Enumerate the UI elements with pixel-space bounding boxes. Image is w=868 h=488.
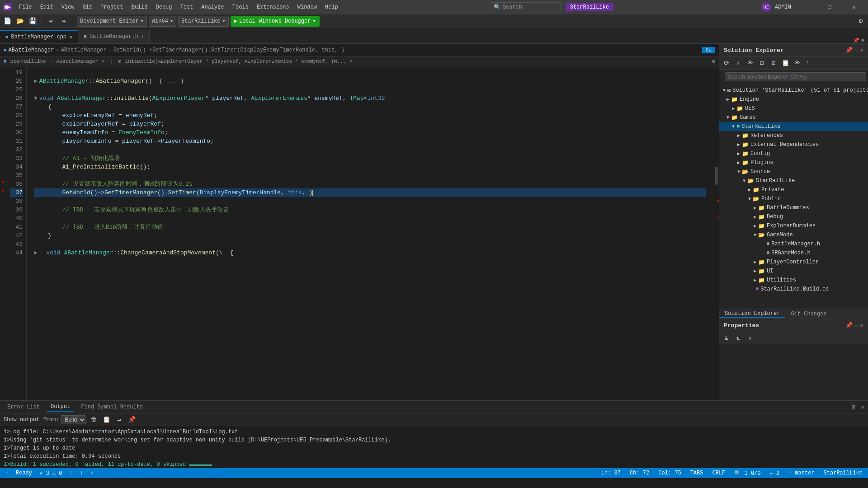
tab-h-close[interactable]: ✕ bbox=[141, 34, 144, 39]
output-close-icon[interactable]: ✕ bbox=[861, 404, 864, 411]
tree-plugins[interactable]: ▶ 📁 Plugins bbox=[719, 158, 868, 167]
status-down-arrow[interactable]: ↓ bbox=[78, 470, 85, 476]
code-editor[interactable]: ■ ABattleManager › ABattleManager › GetW… bbox=[0, 44, 719, 400]
menu-analyze[interactable]: Analyze bbox=[198, 2, 227, 12]
status-up-arrow[interactable]: ↑ bbox=[68, 470, 75, 476]
save-button[interactable]: 💾 bbox=[27, 16, 38, 27]
fold-26[interactable]: ▼ bbox=[34, 94, 38, 103]
tree-config[interactable]: ▶ 📁 Config bbox=[719, 149, 868, 158]
tree-private[interactable]: ▶ 📁 Private bbox=[719, 185, 868, 194]
tree-srgamemode-h[interactable]: ■ SRGameMode.h bbox=[719, 249, 868, 258]
scrollbar-thumb[interactable] bbox=[715, 167, 718, 185]
output-source-select[interactable]: Build bbox=[61, 415, 86, 424]
tab-battlemanager-h[interactable]: ■ BattleManager.h ✕ bbox=[78, 30, 150, 43]
minimize-button[interactable]: — bbox=[795, 0, 816, 14]
new-file-button[interactable]: 📄 bbox=[2, 16, 13, 27]
file-method-dropdown-icon[interactable]: ▾ bbox=[349, 58, 353, 64]
tree-public[interactable]: ▼ 📂 Public bbox=[719, 194, 868, 203]
close-button[interactable]: ✕ bbox=[844, 0, 864, 14]
tab-output[interactable]: Output bbox=[47, 403, 74, 412]
tree-source[interactable]: ▼ 📂 Source bbox=[719, 167, 868, 176]
status-ln[interactable]: Ln: 37 bbox=[599, 470, 623, 476]
status-project-name[interactable]: StarRailLike bbox=[822, 470, 864, 476]
pin-icon[interactable]: 📌 bbox=[853, 38, 859, 43]
se-filter-btn[interactable]: ⚡ bbox=[733, 58, 744, 69]
editor-scrollbar[interactable] bbox=[713, 66, 719, 400]
undo-button[interactable]: ↩ bbox=[46, 16, 57, 27]
expand-icon[interactable]: ⊞ bbox=[712, 58, 715, 64]
toolbar-extra1[interactable]: ⚙ bbox=[855, 16, 866, 27]
tree-gamemode[interactable]: ▼ 📂 GameMode bbox=[719, 230, 868, 239]
se-git-btn[interactable]: ⑂ bbox=[803, 58, 814, 69]
se-properties-btn[interactable]: 📋 bbox=[780, 58, 791, 69]
prop-grid-btn[interactable]: ⊞ bbox=[721, 333, 732, 343]
menu-build[interactable]: Build bbox=[127, 2, 151, 12]
se-show-all-btn[interactable]: 👁 bbox=[745, 58, 755, 69]
status-ch[interactable]: Ch: 72 bbox=[628, 470, 651, 476]
tree-debug[interactable]: ▶ 📁 Debug bbox=[719, 212, 868, 221]
platform-dropdown[interactable]: Win64 ▾ bbox=[149, 16, 176, 27]
breadcrumb-namespace[interactable]: ABattleManager bbox=[9, 47, 54, 53]
menu-view[interactable]: View bbox=[58, 2, 78, 12]
fold-20[interactable]: ▶ bbox=[34, 77, 38, 85]
tree-ext-deps[interactable]: ▶ 📁 External Dependencies bbox=[719, 140, 868, 149]
menu-git[interactable]: Git bbox=[79, 2, 96, 12]
tree-explorer-dummies[interactable]: ▶ 📁 ExplorerDummies bbox=[719, 221, 868, 230]
tree-engine[interactable]: ▶ 📁 Engine bbox=[719, 95, 868, 104]
tree-build-cs[interactable]: ■ StarRailLike.Build.cs bbox=[719, 285, 868, 294]
se-close-icon[interactable]: ✕ bbox=[860, 47, 863, 54]
se-more-icon[interactable]: — bbox=[854, 47, 858, 54]
fold-44[interactable]: ▶ bbox=[34, 249, 38, 257]
status-errors[interactable]: ✕ 3 ⚠ 0 bbox=[38, 470, 64, 477]
breadcrumb-call[interactable]: GetWorld()->GetTimerManager().SetTimer(D… bbox=[113, 47, 344, 53]
se-preview-btn[interactable]: 👁 bbox=[792, 58, 802, 69]
se-collapse-btn[interactable]: ⊟ bbox=[756, 58, 767, 69]
tree-starraillike-project[interactable]: ▼ ■ StarRailLike bbox=[719, 122, 868, 131]
redo-button[interactable]: ↪ bbox=[58, 16, 69, 27]
status-checkmark[interactable]: ✓ bbox=[89, 470, 95, 477]
output-clear-btn[interactable]: 🗑 bbox=[88, 414, 99, 425]
output-wrap-btn[interactable]: ↵ bbox=[113, 414, 124, 425]
open-button[interactable]: 📂 bbox=[14, 16, 25, 27]
output-copy-btn[interactable]: 📋 bbox=[101, 414, 112, 425]
status-ready[interactable]: Ready bbox=[14, 470, 34, 476]
se-pin-icon[interactable]: 📌 bbox=[845, 47, 853, 54]
tab-find-symbol[interactable]: Find Symbol Results bbox=[77, 403, 146, 411]
se-sync-btn[interactable]: ⟳ bbox=[721, 58, 732, 69]
debug-start-button[interactable]: ▶ Local Windows Debugger ▾ bbox=[231, 16, 320, 27]
menu-file[interactable]: File bbox=[15, 2, 36, 12]
se-expand-btn[interactable]: ⊞ bbox=[768, 58, 779, 69]
menu-help[interactable]: Help bbox=[321, 2, 342, 12]
menu-debug[interactable]: Debug bbox=[152, 2, 175, 12]
tab-battlemanager-cpp[interactable]: ■ BattleManager.cpp ✕ bbox=[0, 30, 78, 43]
global-search-box[interactable]: 🔍 Search bbox=[490, 2, 562, 12]
tree-utilities[interactable]: ▶ 📁 Utilities bbox=[719, 276, 868, 285]
menu-edit[interactable]: Edit bbox=[37, 2, 57, 12]
tree-games[interactable]: ▼ 📁 Games bbox=[719, 113, 868, 122]
breadcrumb-method[interactable]: ABattleManager bbox=[61, 47, 107, 53]
menu-tools[interactable]: Tools bbox=[229, 2, 252, 12]
prop-close-icon[interactable]: ✕ bbox=[860, 322, 863, 329]
prop-filter-btn[interactable]: ⚡ bbox=[745, 333, 755, 343]
tree-ui[interactable]: ▶ 📁 UI bbox=[719, 267, 868, 276]
file-dropdown-icon[interactable]: ▾ bbox=[102, 58, 105, 64]
tree-references[interactable]: ▶ 📁 References bbox=[719, 131, 868, 140]
status-branch[interactable]: ⑂ master bbox=[787, 470, 816, 476]
menu-project[interactable]: Project bbox=[97, 2, 127, 12]
tree-battle-dummies[interactable]: ▶ 📁 BattleDummies bbox=[719, 203, 868, 212]
tree-playercontroller[interactable]: ▶ 📁 PlayerController bbox=[719, 258, 868, 267]
config-dropdown[interactable]: Development Editor ▾ bbox=[77, 16, 147, 27]
go-button[interactable]: Go bbox=[702, 47, 715, 53]
tab-error-list[interactable]: Error List bbox=[4, 403, 43, 411]
tree-battlemanager-h[interactable]: ■ BattleManager.h bbox=[719, 239, 868, 249]
prop-pin-icon[interactable]: 📌 bbox=[845, 322, 853, 329]
menu-window[interactable]: Window bbox=[294, 2, 321, 12]
menu-test[interactable]: Test bbox=[177, 2, 197, 12]
prop-sort-btn[interactable]: ⇅ bbox=[733, 333, 744, 343]
output-pin-btn[interactable]: 📌 bbox=[126, 414, 137, 425]
code-lines[interactable]: ▶ ABattleManager::ABattleManager() { ...… bbox=[27, 66, 713, 400]
project-dropdown[interactable]: StarRailLike ▾ bbox=[178, 16, 229, 27]
prop-more-icon[interactable]: — bbox=[854, 322, 858, 329]
status-git-icon[interactable]: ⑂ bbox=[4, 470, 10, 476]
tree-solution[interactable]: ▼ ⊞ Solution 'StarRailLike' (51 of 51 pr… bbox=[719, 86, 868, 95]
